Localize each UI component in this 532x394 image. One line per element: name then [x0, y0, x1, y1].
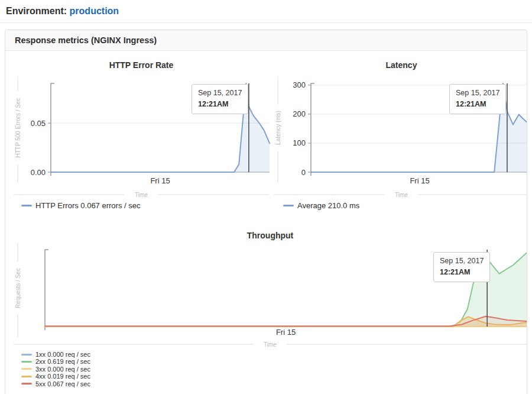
svg-text:HTTP 500 Errors / Sec: HTTP 500 Errors / Sec: [15, 98, 21, 158]
throughput-title: Throughput: [12, 231, 527, 240]
throughput-legend: 1xx 0.000 req / sec 2xx 0.619 req / sec …: [21, 351, 527, 387]
legend-swatch-icon: [21, 383, 32, 385]
legend-swatch-icon: [21, 354, 32, 356]
http-error-rate-plot: HTTP 500 Errors / SecTime0.000.05Fri 15 …: [12, 72, 270, 199]
svg-text:Latency (ms): Latency (ms): [275, 111, 281, 145]
legend-item: 2xx 0.619 req / sec: [21, 358, 527, 365]
http-error-rate-tooltip: Sep 15, 2017 12:21AM: [192, 84, 248, 114]
environment-link[interactable]: production: [70, 6, 119, 16]
environment-label: Environment:: [6, 6, 67, 16]
svg-text:Fri 15: Fri 15: [410, 176, 429, 185]
tooltip-date: Sep 15, 2017: [440, 256, 484, 267]
header-divider: [0, 22, 532, 23]
legend-swatch-icon: [21, 361, 32, 363]
svg-text:Fri 15: Fri 15: [276, 328, 296, 337]
throughput-block: Throughput Requests / SecTimeFri 15 Sep …: [12, 231, 527, 387]
tooltip-time: 12:21AM: [440, 267, 484, 278]
svg-text:Time: Time: [264, 341, 277, 348]
svg-text:Time: Time: [135, 192, 148, 198]
legend-item: HTTP Errors 0.067 errors / sec: [21, 201, 270, 211]
http-error-rate-legend: HTTP Errors 0.067 errors / sec: [21, 201, 270, 211]
legend-label: HTTP Errors 0.067 errors / sec: [35, 201, 140, 210]
legend-label: 4xx 0.019 req / sec: [35, 373, 90, 380]
panel-title: Response metrics (NGINX Ingress): [5, 30, 527, 51]
throughput-tooltip: Sep 15, 2017 12:21AM: [433, 252, 490, 282]
response-metrics-panel: Response metrics (NGINX Ingress) HTTP Er…: [5, 30, 527, 394]
legend-item: 4xx 0.019 req / sec: [21, 373, 527, 380]
legend-label: 1xx 0.000 req / sec: [35, 351, 90, 358]
legend-item: Average 210.0 ms: [283, 201, 527, 211]
svg-text:Time: Time: [395, 192, 408, 198]
svg-text:Fri 15: Fri 15: [150, 176, 170, 185]
latency-legend: Average 210.0 ms: [283, 201, 527, 211]
svg-text:0.00: 0.00: [31, 168, 46, 177]
svg-text:200: 200: [293, 109, 306, 118]
svg-text:0: 0: [301, 168, 306, 177]
latency-block: Latency Latency (ms)Time0100200300Fri 15…: [273, 56, 527, 211]
throughput-plot: Requests / SecTimeFri 15 Sep 15, 2017 12…: [12, 242, 527, 350]
panel-body: HTTP Error Rate HTTP 500 Errors / SecTim…: [5, 51, 527, 387]
environment-header: Environment: production: [0, 0, 532, 17]
legend-label: 3xx 0.000 req / sec: [35, 366, 90, 373]
tooltip-time: 12:21AM: [198, 99, 242, 110]
svg-text:Requests / Sec: Requests / Sec: [15, 268, 21, 308]
legend-label: 2xx 0.619 req / sec: [35, 358, 90, 365]
tooltip-date: Sep 15, 2017: [198, 88, 242, 99]
legend-swatch-icon: [283, 205, 294, 206]
tooltip-time: 12:21AM: [456, 99, 499, 110]
charts-row: HTTP Error Rate HTTP 500 Errors / SecTim…: [12, 56, 520, 211]
legend-swatch-icon: [21, 368, 32, 370]
legend-label: 5xx 0.067 req / sec: [35, 380, 90, 387]
legend-item: 1xx 0.000 req / sec: [21, 351, 527, 358]
legend-swatch-icon: [21, 205, 32, 206]
legend-swatch-icon: [21, 376, 32, 377]
legend-label: Average 210.0 ms: [297, 201, 359, 210]
svg-text:100: 100: [293, 138, 306, 147]
svg-text:300: 300: [293, 80, 306, 89]
http-error-rate-title: HTTP Error Rate: [12, 60, 270, 70]
latency-title: Latency: [273, 60, 527, 70]
http-error-rate-block: HTTP Error Rate HTTP 500 Errors / SecTim…: [12, 56, 270, 211]
latency-tooltip: Sep 15, 2017 12:21AM: [449, 84, 506, 114]
tooltip-date: Sep 15, 2017: [456, 88, 499, 99]
svg-text:0.05: 0.05: [31, 119, 46, 128]
latency-plot: Latency (ms)Time0100200300Fri 15 Sep 15,…: [273, 72, 527, 199]
legend-item: 5xx 0.067 req / sec: [21, 380, 527, 387]
legend-item: 3xx 0.000 req / sec: [21, 366, 527, 373]
